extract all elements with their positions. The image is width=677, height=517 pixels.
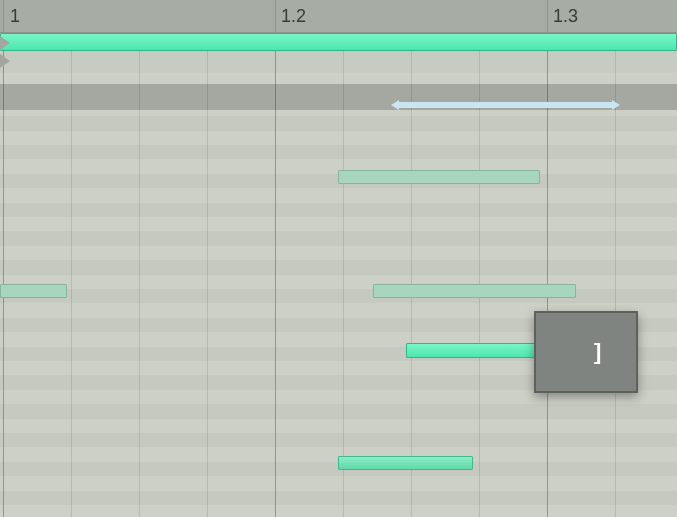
piano-row bbox=[0, 188, 677, 202]
loop-brace[interactable] bbox=[399, 102, 612, 108]
piano-row bbox=[0, 145, 677, 159]
grid-minor-line bbox=[71, 0, 72, 517]
midi-note[interactable] bbox=[0, 33, 677, 51]
grid-major-line bbox=[275, 0, 276, 517]
grid-major-line bbox=[3, 0, 4, 517]
piano-row bbox=[0, 231, 677, 245]
midi-note[interactable] bbox=[338, 456, 473, 470]
grid-minor-line bbox=[343, 0, 344, 517]
grid-minor-line bbox=[411, 0, 412, 517]
piano-row bbox=[0, 203, 677, 217]
piano-row bbox=[0, 419, 677, 433]
ruler-tick bbox=[275, 0, 276, 32]
bracket-end-icon: ] bbox=[594, 341, 601, 363]
grid-major-line bbox=[547, 0, 548, 517]
note-end-handle[interactable]: ] bbox=[534, 311, 638, 393]
midi-note[interactable] bbox=[373, 284, 576, 298]
midi-note[interactable] bbox=[0, 284, 67, 298]
piano-row bbox=[0, 217, 677, 231]
midi-note[interactable] bbox=[338, 170, 540, 184]
ruler-tick bbox=[547, 0, 548, 32]
fold-marker-icon[interactable] bbox=[0, 36, 10, 50]
timeline-ruler[interactable]: 11.21.3 bbox=[0, 0, 677, 33]
ruler-label: 1.2 bbox=[281, 6, 306, 27]
piano-row bbox=[0, 260, 677, 274]
piano-row bbox=[0, 491, 677, 505]
piano-row bbox=[0, 116, 677, 130]
ruler-label: 1 bbox=[10, 6, 20, 27]
grid-minor-line bbox=[615, 0, 616, 517]
ruler-tick bbox=[3, 0, 4, 32]
piano-row bbox=[0, 131, 677, 145]
piano-row bbox=[0, 476, 677, 490]
grid-minor-line bbox=[207, 0, 208, 517]
midi-note-editor[interactable]: ] 11.21.3 bbox=[0, 0, 677, 517]
piano-row bbox=[0, 505, 677, 517]
piano-row bbox=[0, 246, 677, 260]
grid-minor-line bbox=[139, 0, 140, 517]
grid-minor-line bbox=[479, 0, 480, 517]
fold-marker-icon[interactable] bbox=[0, 54, 10, 68]
piano-row bbox=[0, 433, 677, 447]
ruler-label: 1.3 bbox=[553, 6, 578, 27]
piano-row bbox=[0, 404, 677, 418]
